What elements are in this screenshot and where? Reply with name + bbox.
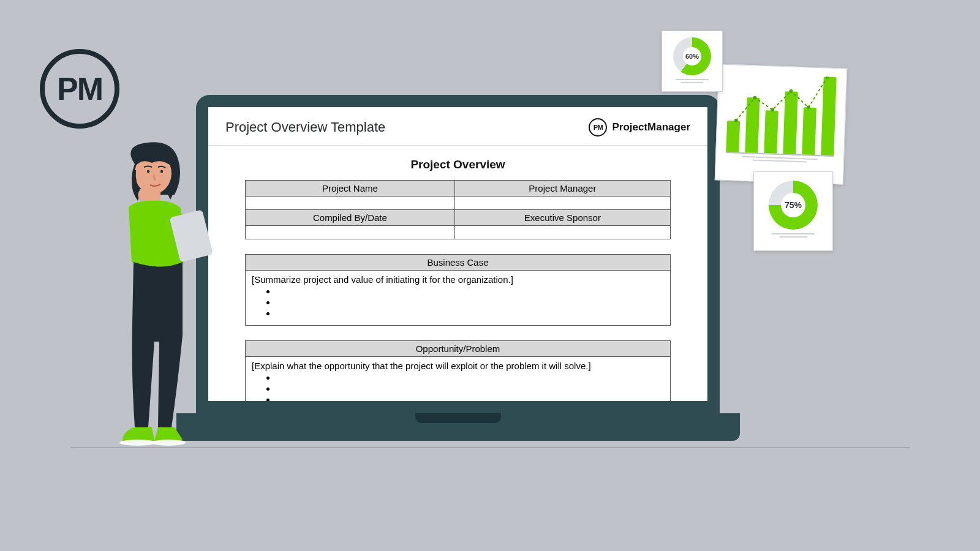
bar [745,97,760,152]
donut-chart-icon: 60% [673,37,711,75]
document: Project Overview Template PM ProjectMana… [208,107,707,401]
opportunity-body[interactable]: [Explain what the opportunity that the p… [246,357,671,402]
cell-project-manager[interactable] [454,197,670,210]
bar [821,77,836,156]
business-case-title: Business Case [246,255,671,271]
brand-badge-icon: PM [589,118,607,137]
bar-chart [726,73,836,157]
laptop-base [176,413,740,441]
laptop-notch [415,413,501,423]
svg-point-1 [147,170,149,173]
pm-logo-icon: PM [40,49,119,129]
opportunity-section: Opportunity/Problem [Explain what the op… [245,340,671,401]
cell-project-name[interactable] [246,197,455,210]
card-caption-lines [668,79,716,83]
document-body: Project Overview Project Name Project Ma… [208,146,707,401]
list-item [276,394,664,401]
document-title: Project Overview Template [225,119,385,135]
donut-chart-icon: 75% [769,181,818,230]
donut-75-card: 75% [753,171,833,251]
business-case-bullets [252,286,664,319]
header-project-manager: Project Manager [454,181,670,197]
brand: PM ProjectManager [589,118,690,137]
bar [802,107,816,154]
list-item [276,383,664,394]
svg-point-6 [151,440,186,446]
business-case-section: Business Case [Summarize project and val… [245,254,671,326]
donut-60-label: 60% [673,37,711,75]
header-executive-sponsor: Executive Sponsor [454,210,670,226]
overview-heading: Project Overview [245,158,671,171]
laptop-frame: Project Overview Template PM ProjectMana… [196,95,720,441]
bar [726,121,740,152]
cell-compiled-by[interactable] [246,226,455,239]
brand-text: ProjectManager [612,121,690,133]
opportunity-placeholder: [Explain what the opportunity that the p… [252,361,591,371]
pm-logo-text: PM [57,70,102,107]
svg-point-2 [160,170,163,173]
person-illustration [104,140,221,452]
trend-line [726,73,836,155]
list-item [276,308,664,319]
card-caption-lines [726,156,834,163]
opportunity-bullets [252,372,664,401]
donut-60-card: 60% [662,31,723,92]
business-case-body[interactable]: [Summarize project and value of initiati… [246,271,671,326]
card-caption-lines [763,233,824,238]
cell-executive-sponsor[interactable] [454,226,670,239]
opportunity-title: Opportunity/Problem [246,341,671,357]
bar [783,91,798,154]
list-item [276,297,664,308]
header-project-name: Project Name [246,181,455,197]
document-header: Project Overview Template PM ProjectMana… [208,107,707,146]
info-table: Project Name Project Manager Compiled By… [245,180,671,239]
header-compiled-by: Compiled By/Date [246,210,455,226]
list-item [276,372,664,383]
list-item [276,286,664,297]
bar [764,110,778,154]
donut-75-label: 75% [769,181,818,230]
bar-chart-card [715,64,848,184]
svg-point-5 [119,440,156,446]
business-case-placeholder: [Summarize project and value of initiati… [252,274,513,285]
laptop-screen: Project Overview Template PM ProjectMana… [196,95,720,413]
